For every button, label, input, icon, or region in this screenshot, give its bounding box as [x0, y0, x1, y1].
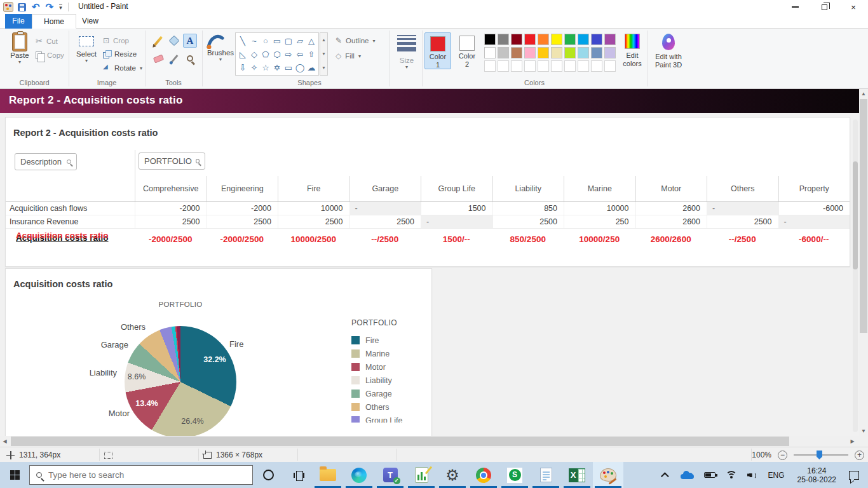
close-button[interactable]: × [839, 0, 868, 14]
shape-icon[interactable]: ☆ [260, 61, 271, 74]
file-explorer-button[interactable] [313, 462, 343, 488]
shape-icon[interactable]: ⇧ [306, 48, 317, 61]
shape-icon[interactable]: ◇ [248, 48, 260, 61]
palette-swatch[interactable] [511, 34, 522, 45]
taskbar-search[interactable] [29, 465, 253, 485]
palette-swatch-empty[interactable] [538, 60, 549, 72]
palette-swatch[interactable] [498, 47, 509, 58]
zoom-in-button[interactable]: + [855, 451, 864, 460]
palette-swatch[interactable] [538, 34, 549, 45]
teams-button[interactable]: T✓ [375, 462, 405, 488]
shape-icon[interactable]: ╲ [237, 34, 248, 48]
palette-swatch-empty[interactable] [498, 60, 509, 72]
shape-icon[interactable]: ☁ [306, 61, 317, 74]
tab-home[interactable]: Home [32, 14, 76, 29]
color2-button[interactable]: Color2 [454, 32, 480, 69]
palette-swatch[interactable] [551, 47, 562, 58]
magnifier-tool[interactable] [183, 51, 197, 65]
palette-swatch[interactable] [498, 34, 509, 45]
scroll-up-icon[interactable]: ▲ [859, 89, 868, 98]
palette-swatch[interactable] [511, 47, 522, 58]
palette-swatch-empty[interactable] [604, 60, 616, 72]
action-center-icon[interactable] [849, 471, 859, 480]
palette-swatch-empty[interactable] [511, 60, 522, 72]
battery-icon[interactable] [704, 472, 715, 478]
palette-swatch[interactable] [484, 34, 496, 45]
settings-button[interactable]: ⚙ [437, 462, 468, 488]
edit-colors-button[interactable]: Editcolors [618, 34, 647, 68]
palette-swatch[interactable] [484, 47, 496, 58]
eraser-tool[interactable] [151, 51, 165, 65]
palette-swatch[interactable] [578, 47, 589, 58]
scroll-down-icon[interactable]: ▼ [859, 426, 868, 436]
restore-button[interactable] [810, 0, 839, 14]
chrome-button[interactable] [468, 462, 499, 488]
cut-button[interactable]: ✂ Cut [36, 36, 58, 46]
edit-with-paint3d-button[interactable]: Edit withPaint 3D [651, 34, 686, 69]
palette-swatch-empty[interactable] [551, 60, 562, 72]
zoom-out-button[interactable]: − [778, 451, 787, 460]
palette-swatch[interactable] [524, 47, 536, 58]
onedrive-icon[interactable] [681, 471, 694, 479]
resize-button[interactable]: Resize [103, 50, 137, 58]
zoom-slider-thumb[interactable] [817, 451, 822, 459]
qlik-sense-button[interactable]: S [499, 462, 530, 488]
save-icon[interactable] [18, 3, 26, 11]
shape-icon[interactable]: ⬠ [260, 48, 271, 61]
horizontal-scroll-thumb[interactable] [11, 437, 789, 446]
palette-swatch-empty[interactable] [591, 60, 602, 72]
shape-icon[interactable]: ⬡ [271, 48, 283, 61]
shape-icon[interactable]: ▢ [283, 34, 294, 48]
horizontal-scrollbar[interactable]: ◀ ▶ [0, 436, 868, 447]
shape-icon[interactable]: ▭ [271, 34, 283, 48]
palette-swatch[interactable] [551, 34, 562, 45]
clock[interactable]: 16:24 25-08-2022 [797, 466, 836, 484]
palette-swatch-empty[interactable] [484, 60, 496, 72]
task-view-button[interactable] [283, 462, 314, 488]
edge-button[interactable] [344, 462, 374, 488]
palette-swatch-empty[interactable] [524, 60, 536, 72]
tab-file[interactable]: File [5, 14, 32, 29]
palette-swatch[interactable] [604, 47, 616, 58]
select-button[interactable]: Select ▾ [74, 34, 99, 64]
search-input[interactable] [48, 470, 226, 480]
palette-swatch[interactable] [524, 34, 536, 45]
fill-tool[interactable] [167, 34, 181, 48]
palette-swatch[interactable] [564, 47, 576, 58]
color1-button[interactable]: Color1 [424, 32, 451, 69]
notepad-button[interactable] [531, 462, 561, 488]
shape-fill-button[interactable]: ◇ Fill ▾ [336, 51, 361, 60]
shape-icon[interactable]: ✧ [248, 61, 260, 74]
shape-icon[interactable]: ⇩ [237, 61, 248, 74]
palette-swatch-empty[interactable] [564, 60, 576, 72]
outline-button[interactable]: ✎ Outline ▾ [336, 36, 376, 45]
shape-icon[interactable]: △ [306, 34, 317, 48]
zoom-slider[interactable] [794, 454, 848, 456]
shape-icon[interactable]: ▭ [283, 61, 294, 74]
shape-icon[interactable]: ◯ [294, 61, 306, 74]
scroll-left-icon[interactable]: ◀ [0, 436, 10, 447]
volume-icon[interactable] [747, 471, 757, 479]
tab-view[interactable]: View [76, 14, 104, 29]
minimize-button[interactable] [780, 0, 810, 14]
shape-icon[interactable]: ▱ [294, 34, 306, 48]
cortana-button[interactable] [253, 462, 283, 488]
palette-swatch[interactable] [538, 47, 549, 58]
scroll-right-icon[interactable]: ▶ [848, 436, 857, 447]
language-indicator[interactable]: ENG [768, 471, 785, 480]
wifi-icon[interactable] [726, 471, 737, 480]
shape-icon[interactable]: ~ [248, 34, 260, 48]
paint-app-icon[interactable] [3, 2, 13, 12]
palette-swatch[interactable] [564, 34, 576, 45]
palette-swatch[interactable] [591, 34, 602, 45]
shape-icon[interactable]: ✡ [271, 61, 283, 74]
vertical-scrollbar[interactable]: ▲ ▼ [859, 89, 868, 436]
shapes-grid[interactable]: ╲~○▭▢▱△◺◇⬠⬡⇨⇦⇧⇩✧☆✡▭◯☁ [235, 32, 319, 76]
redo-icon[interactable]: ↷ [46, 3, 54, 11]
shape-icon[interactable]: ⇨ [283, 48, 294, 61]
palette-swatch-empty[interactable] [578, 60, 589, 72]
palette-swatch[interactable] [604, 34, 616, 45]
paint-button[interactable] [593, 462, 623, 488]
text-tool[interactable]: A [183, 34, 197, 48]
shape-icon[interactable]: ⇦ [294, 48, 306, 61]
